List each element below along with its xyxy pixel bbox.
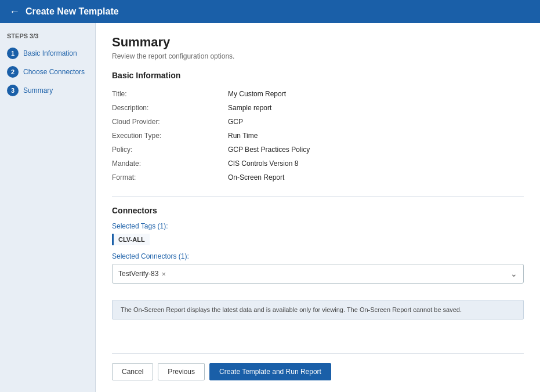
field-value: On-Screen Report <box>228 170 524 184</box>
table-row: Format:On-Screen Report <box>112 170 524 184</box>
step-circle-1: 1 <box>7 48 19 59</box>
field-label: Title: <box>112 87 228 101</box>
field-value: GCP <box>228 115 524 129</box>
selected-connectors-label: Selected Connectors (1): <box>112 252 524 260</box>
field-label: Execution Type: <box>112 129 228 143</box>
cancel-button[interactable]: Cancel <box>112 363 153 380</box>
page-title: Summary <box>112 35 524 50</box>
sidebar-item-summary[interactable]: 3 Summary <box>7 85 88 96</box>
header: ← Create New Template <box>0 0 540 23</box>
content-area: Summary Review the report configuration … <box>96 23 540 392</box>
main-container: STEPS 3/3 1 Basic Information 2 Choose C… <box>0 23 540 392</box>
sidebar: STEPS 3/3 1 Basic Information 2 Choose C… <box>0 23 96 392</box>
basic-info-section-title: Basic Information <box>112 71 524 80</box>
connector-chip-label: TestVerify-83 <box>118 270 158 278</box>
steps-label: STEPS 3/3 <box>7 32 88 39</box>
field-label: Mandate: <box>112 157 228 170</box>
table-row: Description:Sample report <box>112 101 524 115</box>
tag-box: CLV-ALL <box>112 234 150 245</box>
step-circle-3: 3 <box>7 85 19 96</box>
field-label: Policy: <box>112 143 228 157</box>
basic-info-table: Title:My Custom ReportDescription:Sample… <box>112 87 524 184</box>
selected-tags-label: Selected Tags (1): <box>112 222 524 230</box>
step-label-1: Basic Information <box>23 49 77 57</box>
connectors-section: Connectors Selected Tags (1): CLV-ALL Se… <box>112 206 524 284</box>
dropdown-arrow-icon: ⌄ <box>510 269 517 278</box>
create-template-button[interactable]: Create Template and Run Report <box>209 363 331 380</box>
field-value: GCP Best Practices Policy <box>228 143 524 157</box>
info-banner: The On-Screen Report displays the latest… <box>112 300 524 320</box>
field-label: Cloud Provider: <box>112 115 228 129</box>
connector-chip: TestVerify-83 × <box>118 270 166 278</box>
previous-button[interactable]: Previous <box>158 363 205 380</box>
table-row: Policy:GCP Best Practices Policy <box>112 143 524 157</box>
field-value: Sample report <box>228 101 524 115</box>
sidebar-item-choose-connectors[interactable]: 2 Choose Connectors <box>7 66 88 78</box>
field-value: My Custom Report <box>228 87 524 101</box>
header-title: Create New Template <box>26 6 119 17</box>
table-row: Mandate:CIS Controls Version 8 <box>112 157 524 170</box>
field-value: Run Time <box>228 129 524 143</box>
field-label: Format: <box>112 170 228 184</box>
table-row: Title:My Custom Report <box>112 87 524 101</box>
connectors-section-title: Connectors <box>112 206 524 215</box>
connector-chip-close[interactable]: × <box>161 270 166 278</box>
table-row: Cloud Provider:GCP <box>112 115 524 129</box>
step-label-2: Choose Connectors <box>23 68 85 76</box>
step-label-3: Summary <box>23 86 53 95</box>
footer: Cancel Previous Create Template and Run … <box>112 353 524 380</box>
back-button[interactable]: ← <box>9 6 20 18</box>
page-subtitle: Review the report configuration options. <box>112 52 524 60</box>
connector-dropdown[interactable]: TestVerify-83 × ⌄ <box>112 264 524 284</box>
field-label: Description: <box>112 101 228 115</box>
sidebar-item-basic-information[interactable]: 1 Basic Information <box>7 48 88 59</box>
table-row: Execution Type:Run Time <box>112 129 524 143</box>
field-value: CIS Controls Version 8 <box>228 157 524 170</box>
section-divider <box>112 196 524 197</box>
step-circle-2: 2 <box>7 66 19 78</box>
